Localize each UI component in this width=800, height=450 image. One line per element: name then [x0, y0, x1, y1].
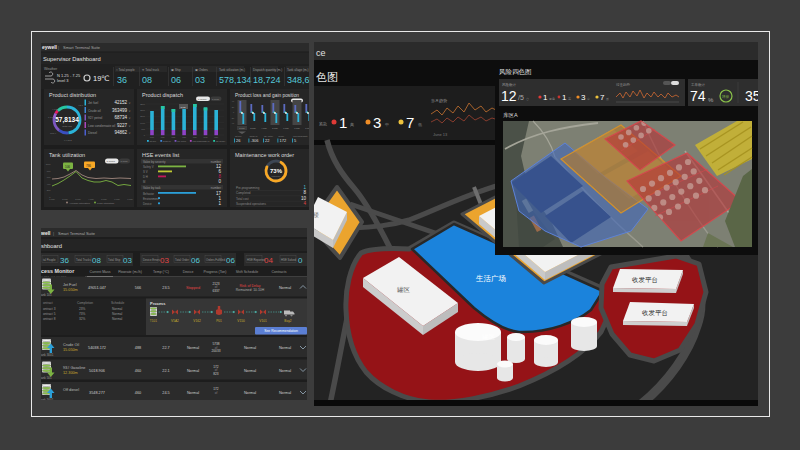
svg-text:number: number — [210, 186, 220, 190]
svg-text:106: 106 — [65, 165, 70, 169]
svg-text:1 Mon: 1 Mon — [120, 160, 128, 163]
svg-text:1,172: 1,172 — [48, 116, 55, 119]
svg-text:Normal: Normal — [244, 346, 256, 350]
svg-text:V5A2: V5A2 — [171, 319, 179, 323]
svg-text:Completion: Completion — [77, 301, 93, 305]
svg-text:V150: V150 — [237, 319, 245, 323]
svg-text:收发平台: 收发平台 — [642, 309, 668, 317]
svg-text:shboard: shboard — [41, 243, 62, 249]
svg-text:V162: V162 — [193, 319, 201, 323]
svg-text:Average Utilization: Average Utilization — [69, 202, 90, 205]
svg-text:2 Mar: 2 Mar — [62, 198, 68, 200]
svg-text:4: 4 — [303, 201, 306, 206]
svg-text:eywell: eywell — [42, 44, 58, 50]
svg-text:低: 低 — [418, 122, 422, 127]
svg-text:工单数计: 工单数计 — [691, 82, 706, 87]
svg-text:363,4: 363,4 — [50, 132, 57, 135]
svg-text:1 Week: 1 Week — [106, 160, 115, 163]
svg-text:4,123: 4,123 — [52, 108, 59, 111]
svg-text:of: of — [215, 391, 218, 395]
svg-text:1 Mar: 1 Mar — [49, 198, 55, 200]
svg-text:578,134: 578,134 — [219, 75, 252, 85]
svg-text:ank 3001: ank 3001 — [41, 353, 54, 357]
svg-text:172: 172 — [279, 138, 286, 143]
svg-text:22: 22 — [265, 138, 270, 143]
svg-text:0: 0 — [143, 134, 145, 136]
svg-text:Jet fuel: Jet fuel — [235, 135, 242, 137]
svg-text:22.1: 22.1 — [162, 369, 169, 373]
svg-text:Jet fuel: Jet fuel — [149, 140, 156, 142]
svg-text:number: number — [210, 160, 220, 164]
svg-text:Maintenance work order: Maintenance work order — [235, 152, 294, 158]
svg-text:Normal: Normal — [187, 346, 199, 350]
svg-text:Pre-programming: Pre-programming — [236, 186, 260, 190]
svg-text:V101: V101 — [259, 319, 267, 323]
svg-text:Crude oil: Crude oil — [88, 109, 101, 113]
svg-text:7: 7 — [406, 114, 414, 131]
svg-text:June 13: June 13 — [433, 132, 448, 137]
svg-text:Product distribution: Product distribution — [49, 92, 96, 98]
svg-text:Current Mass: Current Mass — [89, 270, 110, 274]
svg-text:3 Mar: 3 Mar — [250, 127, 256, 129]
svg-text:complete: complete — [271, 175, 281, 177]
svg-text:03: 03 — [160, 256, 169, 265]
svg-text:%: % — [708, 97, 714, 103]
svg-text:23.5: 23.5 — [162, 286, 169, 290]
svg-text:Normal: Normal — [244, 369, 256, 373]
svg-text:06: 06 — [226, 256, 235, 265]
svg-text:Normal: Normal — [112, 307, 123, 311]
svg-text:35: 35 — [745, 88, 758, 104]
svg-text:Device Errors: Device Errors — [143, 258, 161, 262]
svg-text:紧急: 紧急 — [319, 121, 327, 126]
svg-text:Normal: Normal — [279, 346, 291, 350]
svg-text:Shift Schedule: Shift Schedule — [236, 270, 259, 274]
svg-text:08: 08 — [142, 75, 152, 85]
svg-text:2 Mar: 2 Mar — [239, 127, 245, 129]
svg-text:3: 3 — [581, 93, 586, 102]
svg-text:566: 566 — [135, 286, 141, 290]
svg-text:7: 7 — [600, 93, 605, 102]
svg-text:Behavior: Behavior — [143, 192, 154, 196]
svg-text:∨: ∨ — [128, 101, 130, 105]
svg-text:Contracts: Contracts — [272, 270, 287, 274]
svg-text:4 Mar: 4 Mar — [88, 198, 94, 200]
svg-text:03: 03 — [123, 256, 132, 265]
svg-text:低: 低 — [606, 97, 609, 101]
svg-text:See Recommendation: See Recommendation — [264, 329, 298, 333]
svg-text:18,724: 18,724 — [253, 75, 281, 85]
svg-text:ank 101: ank 101 — [41, 293, 52, 297]
svg-text:库区A: 库区A — [503, 112, 518, 118]
svg-text:紧急: 紧急 — [549, 97, 555, 101]
svg-text:460: 460 — [135, 391, 141, 395]
svg-text:风险四色图: 风险四色图 — [499, 68, 532, 75]
svg-text:-40: -40 — [231, 122, 235, 124]
svg-text:Normal: Normal — [112, 312, 123, 316]
svg-text:3 Mar: 3 Mar — [75, 198, 81, 200]
svg-text:well: well — [41, 230, 51, 236]
svg-text:Smart Terminal Suite: Smart Terminal Suite — [58, 231, 96, 236]
svg-text:▣ Orders: ▣ Orders — [195, 68, 208, 72]
svg-text:Safety V: Safety V — [143, 165, 154, 169]
svg-text:level 3: level 3 — [57, 78, 69, 83]
svg-text:Product dispatch: Product dispatch — [142, 92, 183, 98]
svg-text:-20: -20 — [231, 117, 235, 119]
svg-text:⌂ Total people: ⌂ Total people — [116, 68, 135, 72]
svg-text:786: 786 — [86, 164, 91, 168]
svg-text:06: 06 — [191, 256, 200, 265]
svg-text:3,12: 3,12 — [180, 106, 185, 109]
svg-text:高: 高 — [350, 122, 354, 127]
svg-text:Mar: Mar — [171, 136, 175, 138]
svg-text:Orders Fulfilled: Orders Fulfilled — [206, 258, 225, 262]
svg-text:4 Mar: 4 Mar — [261, 127, 267, 129]
svg-text:9227: 9227 — [116, 123, 127, 128]
svg-text:Suspended operations: Suspended operations — [236, 202, 267, 206]
svg-text:ontract 5: ontract 5 — [43, 312, 56, 316]
svg-text:20033: 20033 — [212, 349, 221, 353]
svg-text:Off diesel: Off diesel — [63, 388, 79, 392]
svg-text:∨: ∨ — [128, 131, 130, 135]
svg-text:Jet fuel: Jet fuel — [88, 101, 99, 105]
svg-text:Total Order: Total Order — [175, 258, 189, 262]
svg-text:1: 1 — [339, 114, 347, 131]
svg-text:楼: 楼 — [314, 212, 319, 218]
svg-text:Environment: Environment — [143, 197, 159, 201]
